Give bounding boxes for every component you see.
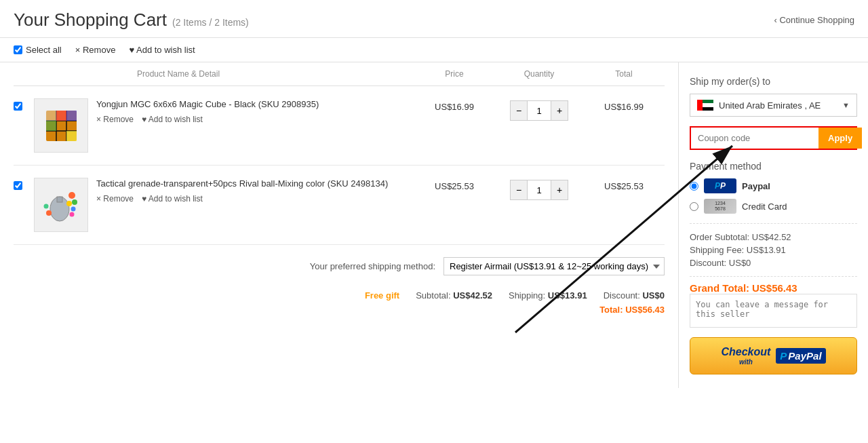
items-count: (2 Items / 2 Items)	[172, 17, 249, 28]
page-wrapper: Your Shopping Cart (2 Items / 2 Items) ‹…	[0, 0, 868, 443]
svg-point-17	[46, 210, 52, 216]
cart-table-header: Product Name & Detail Price Quantity Tot…	[14, 62, 665, 86]
svg-point-18	[43, 204, 48, 208]
checkout-button[interactable]: Checkout with PPayPal	[690, 337, 857, 374]
cc-label: Credit Card	[742, 201, 787, 212]
paypal-label: Paypal	[742, 181, 770, 191]
coupon-wrapper: Apply	[690, 126, 857, 150]
item1-actions: × Remove ♥ Add to wish list	[96, 115, 414, 124]
payment-title: Payment method	[690, 161, 857, 172]
col-qty-header: Quantity	[495, 69, 583, 79]
select-all-checkbox[interactable]	[14, 45, 22, 54]
main-layout: Product Name & Detail Price Quantity Tot…	[0, 62, 868, 388]
select-all-checkbox-label[interactable]: Select all	[14, 45, 62, 55]
shipping-fee-row: Shipping Fee: US$13.91	[690, 245, 857, 255]
item1-qty-input[interactable]	[527, 101, 551, 120]
toolbar-wishlist[interactable]: ♥ Add to wish list	[129, 45, 195, 55]
discount-row: Discount: US$0	[690, 258, 857, 268]
item2-price: US$25.53	[414, 178, 495, 191]
payment-paypal-option: PP Paypal	[690, 178, 857, 193]
item1-wishlist[interactable]: ♥ Add to wish list	[142, 115, 203, 124]
svg-rect-5	[46, 111, 56, 121]
item1-checkbox-wrapper[interactable]	[14, 98, 34, 113]
country-selector[interactable]: United Arab Emirates , AE ▼	[690, 94, 857, 117]
continue-shopping-link[interactable]: ‹ Continue Shopping	[774, 15, 854, 25]
col-total-header: Total	[583, 69, 665, 79]
cart-area: Product Name & Detail Price Quantity Tot…	[0, 62, 678, 388]
paypal-logo-icon: PP	[704, 178, 736, 193]
svg-rect-8	[46, 121, 56, 131]
cube-icon	[39, 104, 83, 148]
discount-display: Discount: US$0	[604, 290, 665, 301]
item2-remove[interactable]: × Remove	[96, 194, 134, 204]
item2-checkbox[interactable]	[14, 181, 22, 190]
paypal-radio[interactable]	[690, 182, 698, 191]
item2-qty-plus[interactable]: +	[551, 180, 568, 199]
checkout-paypal-logo: PPayPal	[776, 348, 825, 364]
item1-remove[interactable]: × Remove	[96, 115, 134, 124]
page-title: Your Shopping Cart	[14, 9, 167, 31]
svg-point-13	[72, 199, 77, 205]
item1-details: Yongjun MGC 6x6x6 Magic Cube - Black (SK…	[96, 98, 414, 124]
shipping-display: Shipping: US$13.91	[509, 290, 587, 301]
item1-qty-minus[interactable]: −	[511, 101, 527, 120]
grenade-icon	[39, 183, 83, 227]
shipping-method-select[interactable]: Register Airmail (US$13.91 & 12~25 worki…	[443, 257, 665, 275]
item2-wishlist[interactable]: ♥ Add to wish list	[142, 194, 203, 204]
item2-qty-minus[interactable]: −	[511, 180, 527, 199]
col-price-header: Price	[414, 69, 495, 79]
shipping-label: Your preferred shipping method:	[310, 261, 435, 271]
country-dropdown-arrow: ▼	[842, 101, 850, 109]
table-row: Tactical grenade-transparent+50pcs Rival…	[14, 166, 665, 245]
svg-rect-11	[57, 197, 62, 202]
svg-rect-7	[66, 111, 77, 121]
item1-checkbox[interactable]	[14, 102, 22, 111]
item1-total: US$16.99	[583, 98, 665, 112]
item2-total: US$25.53	[583, 178, 665, 191]
svg-point-16	[69, 212, 74, 216]
subtotal-display: Subtotal: US$42.52	[416, 290, 492, 301]
item2-checkbox-wrapper[interactable]	[14, 178, 34, 192]
item2-qty-input[interactable]	[527, 180, 551, 199]
payment-cc-option: 12345678 Credit Card	[690, 199, 857, 214]
checkout-text: Checkout with	[721, 346, 770, 366]
item2-details: Tactical grenade-transparent+50pcs Rival…	[96, 178, 414, 204]
credit-card-icon: 12345678	[704, 199, 736, 214]
item2-name: Tactical grenade-transparent+50pcs Rival…	[96, 178, 414, 190]
item1-qty-stepper: − +	[510, 100, 568, 121]
free-gift-link[interactable]: Free gift	[365, 290, 399, 301]
header-title: Your Shopping Cart (2 Items / 2 Items)	[14, 9, 249, 31]
order-subtotal-row: Order Subtotal: US$42.52	[690, 232, 857, 242]
uae-flag-icon	[697, 100, 713, 111]
summary-row: Free gift Subtotal: US$42.52 Shipping: U…	[14, 282, 665, 305]
cc-radio[interactable]	[690, 202, 698, 211]
item1-price: US$16.99	[414, 98, 495, 112]
item1-qty-plus[interactable]: +	[551, 101, 568, 120]
item2-actions: × Remove ♥ Add to wish list	[96, 194, 414, 204]
item2-image	[34, 178, 88, 232]
table-row: Yongjun MGC 6x6x6 Magic Cube - Black (SK…	[14, 86, 665, 166]
svg-point-15	[71, 206, 75, 211]
seller-message-input[interactable]	[690, 294, 857, 328]
header: Your Shopping Cart (2 Items / 2 Items) ‹…	[0, 0, 868, 38]
coupon-apply-button[interactable]: Apply	[818, 128, 862, 149]
svg-rect-9	[66, 131, 77, 141]
item1-image	[34, 98, 88, 153]
country-name: United Arab Emirates , AE	[719, 100, 842, 111]
paypal-logo: PP	[704, 178, 736, 193]
svg-point-12	[68, 192, 75, 199]
toolbar-remove[interactable]: × Remove	[75, 45, 116, 55]
svg-rect-6	[56, 111, 66, 121]
col-product-header: Product Name & Detail	[96, 69, 414, 79]
toolbar: Select all × Remove ♥ Add to wish list	[0, 38, 868, 62]
grand-total-row: Grand Total: US$56.43	[690, 276, 857, 294]
item1-name: Yongjun MGC 6x6x6 Magic Cube - Black (SK…	[96, 98, 414, 111]
coupon-input[interactable]	[691, 128, 818, 149]
svg-point-14	[66, 201, 72, 206]
total-row: Total: US$56.43	[14, 305, 665, 317]
item1-qty-control: − +	[495, 98, 583, 121]
shipping-section: Your preferred shipping method: Register…	[14, 245, 665, 282]
select-all-label: Select all	[26, 45, 62, 55]
item2-qty-control: − +	[495, 178, 583, 200]
sidebar: Ship my order(s) to United Arab Emirates…	[678, 62, 868, 388]
